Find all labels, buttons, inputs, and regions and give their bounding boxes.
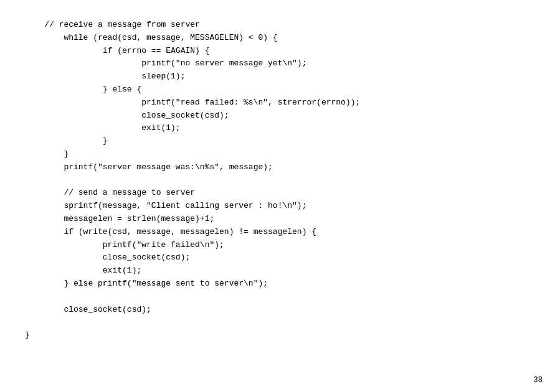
code-line-19: close_socket(csd); xyxy=(25,253,190,262)
code-line-17: if (write(csd, message, messagelen) != m… xyxy=(25,227,316,236)
code-line-20: exit(1); xyxy=(25,266,141,275)
code-line-8: close_socket(csd); xyxy=(25,111,229,120)
code-line-6: } else { xyxy=(25,85,141,94)
code-line-15: sprintf(message, "Client calling server … xyxy=(25,201,306,210)
code-line-7: printf("read failed: %s\n", strerror(err… xyxy=(25,98,360,107)
code-line-23: close_socket(csd); xyxy=(25,305,151,314)
code-line-16: messagelen = strlen(message)+1; xyxy=(25,214,214,223)
code-line-9: exit(1); xyxy=(25,123,181,133)
code-line-3: if (errno == EAGAIN) { xyxy=(25,46,209,55)
code-line-14: // send a message to server xyxy=(25,188,195,197)
code-line-12: printf("server message was:\n%s", messag… xyxy=(25,162,273,172)
code-line-21: } else printf("message sent to server\n"… xyxy=(25,279,268,288)
code-line-18: printf("write failed\n"); xyxy=(25,240,224,250)
code-line-5: sleep(1); xyxy=(25,72,185,81)
code-line-10: } xyxy=(25,136,108,146)
code-line-25: } xyxy=(25,330,30,340)
page-number: 38 xyxy=(534,376,543,385)
code-block: // receive a message from server while (… xyxy=(0,0,555,361)
code-line-1: // receive a message from server xyxy=(25,20,200,29)
code-line-11: } xyxy=(25,149,69,159)
code-line-2: while (read(csd, message, MESSAGELEN) < … xyxy=(25,33,278,42)
code-line-4: printf("no server message yet\n"); xyxy=(25,58,306,68)
